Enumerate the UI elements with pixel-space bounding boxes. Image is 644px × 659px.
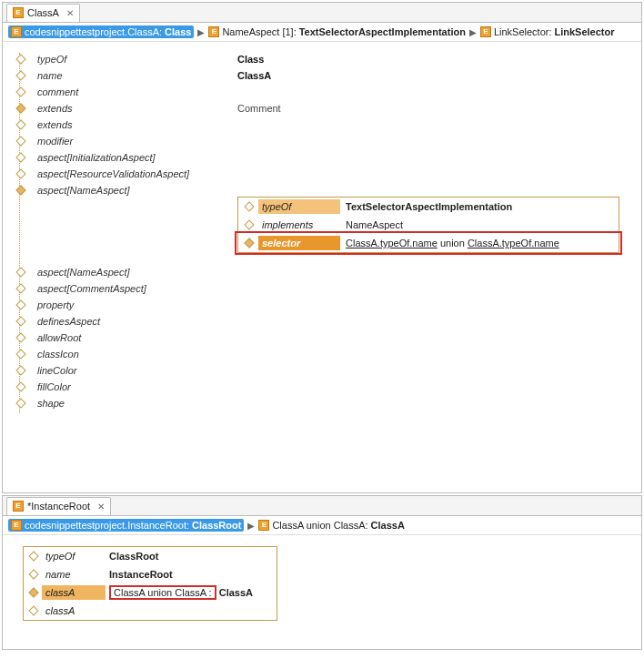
entity-icon: E <box>208 26 219 37</box>
entity-icon: E <box>13 501 24 512</box>
nested-row-implements[interactable]: implements NameAspect <box>238 216 619 234</box>
nested-row-typeof[interactable]: typeOf TextSelectorAspectImplementation <box>238 198 619 216</box>
entity-icon: E <box>258 520 269 531</box>
tab-label: ClassA <box>27 7 59 18</box>
chevron-right-icon: ▶ <box>469 27 477 37</box>
row-aspect-name1[interactable]: aspect[NameAspect] <box>15 182 629 198</box>
crumb-root[interactable]: E codesnippettestproject.InstanceRoot:Cl… <box>8 519 244 532</box>
classa-value[interactable]: ClassA union ClassA : ClassA <box>106 583 277 602</box>
bottom-tabrow: E *InstanceRoot ✕ <box>3 496 641 516</box>
crumb-nameaspect[interactable]: E NameAspect [1]:TextSelectorAspectImple… <box>208 26 466 37</box>
row-typeof[interactable]: typeOf Class <box>15 51 629 67</box>
row-comment[interactable]: comment <box>15 84 629 100</box>
nested-aspect-editor: typeOf TextSelectorAspectImplementation … <box>237 197 619 253</box>
row-extends2[interactable]: extends <box>15 117 629 133</box>
selector-value[interactable]: ClassA.typeOf.name union ClassA.typeOf.n… <box>340 236 619 250</box>
close-icon[interactable]: ✕ <box>63 8 74 18</box>
tab-classa[interactable]: E ClassA ✕ <box>6 4 80 22</box>
row-typeof[interactable]: typeOf ClassRoot <box>24 547 277 565</box>
tab-label: *InstanceRoot <box>27 501 90 512</box>
entity-icon: E <box>13 7 24 18</box>
row-classa-empty[interactable]: classA <box>24 602 277 620</box>
top-tabrow: E ClassA ✕ <box>3 3 641 23</box>
row-aspect-init[interactable]: aspect[InitializationAspect] <box>15 149 629 166</box>
tab-instanceroot[interactable]: E *InstanceRoot ✕ <box>6 497 111 515</box>
entity-icon: E <box>11 26 22 37</box>
top-breadcrumb: E codesnippettestproject.ClassA:Class ▶ … <box>3 23 641 42</box>
row-allowroot[interactable]: allowRoot <box>15 330 629 346</box>
entity-icon: E <box>11 520 22 531</box>
chevron-right-icon: ▶ <box>247 521 255 531</box>
row-linecolor[interactable]: lineColor <box>15 362 629 379</box>
row-property[interactable]: property <box>15 297 629 313</box>
crumb-linkselector[interactable]: E LinkSelector:LinkSelector <box>480 26 615 37</box>
row-fillcolor[interactable]: fillColor <box>15 379 629 395</box>
nested-row-selector[interactable]: selector ClassA.typeOf.name union ClassA… <box>238 234 619 252</box>
entity-icon: E <box>480 26 491 37</box>
row-classicon[interactable]: classIcon <box>15 346 629 362</box>
crumb-root[interactable]: E codesnippettestproject.ClassA:Class <box>8 25 194 38</box>
row-definesaspect[interactable]: definesAspect <box>15 313 629 330</box>
row-aspect-resval[interactable]: aspect[ResourceValidationAspect] <box>15 166 629 182</box>
chevron-right-icon: ▶ <box>197 27 205 37</box>
highlight-box: ClassA union ClassA : <box>109 585 216 600</box>
row-classa-selected[interactable]: classA ClassA union ClassA : ClassA <box>24 583 277 602</box>
bottom-breadcrumb: E codesnippettestproject.InstanceRoot:Cl… <box>3 516 641 535</box>
row-shape[interactable]: shape <box>15 395 629 411</box>
row-extends1[interactable]: extends Comment <box>15 100 629 117</box>
row-aspect-name2[interactable]: aspect[NameAspect] <box>15 264 629 280</box>
crumb-classa[interactable]: E ClassA union ClassA:ClassA <box>258 520 404 531</box>
bottom-editor: typeOf ClassRoot name InstanceRoot class… <box>23 546 277 621</box>
top-editor: typeOf Class name ClassA comment extends… <box>3 42 641 424</box>
row-modifier[interactable]: modifier <box>15 133 629 149</box>
row-aspect-comment[interactable]: aspect[CommentAspect] <box>15 280 629 297</box>
row-name[interactable]: name ClassA <box>15 67 629 84</box>
row-name[interactable]: name InstanceRoot <box>24 565 277 583</box>
close-icon[interactable]: ✕ <box>94 502 105 512</box>
